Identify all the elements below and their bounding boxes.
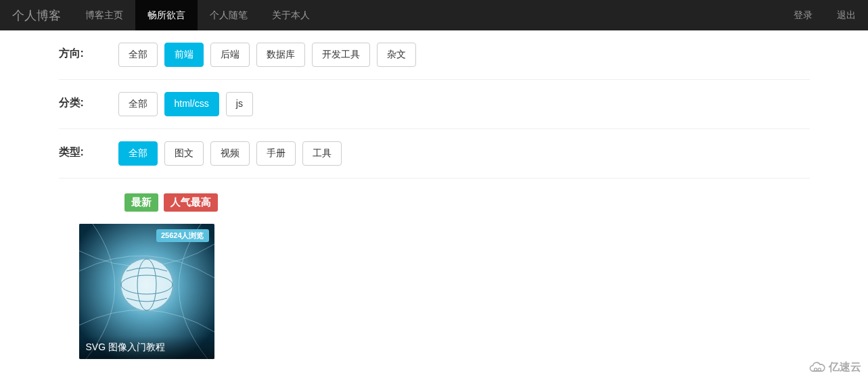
login-link[interactable]: 登录	[781, 0, 825, 30]
filter-category: 分类: 全部 html/css js	[59, 80, 810, 129]
card-views-badge: 25624人浏览	[156, 229, 209, 242]
card-title: SVG 图像入门教程	[79, 336, 214, 359]
svg-point-1	[121, 259, 173, 310]
logout-link[interactable]: 退出	[825, 0, 868, 30]
dir-backend[interactable]: 后端	[210, 43, 250, 67]
nav-item-talk[interactable]: 畅所欲言	[135, 0, 198, 30]
dir-devtools[interactable]: 开发工具	[312, 43, 370, 67]
filter-direction: 方向: 全部 前端 后端 数据库 开发工具 杂文	[59, 30, 810, 80]
nav-item-about[interactable]: 关于本人	[260, 0, 322, 30]
type-all[interactable]: 全部	[118, 141, 158, 166]
nav-right: 登录 退出	[781, 0, 868, 30]
type-imagetext[interactable]: 图文	[164, 141, 204, 166]
nav-item-home[interactable]: 博客主页	[73, 0, 135, 30]
filter-label-type: 类型:	[59, 141, 91, 160]
cat-all[interactable]: 全部	[118, 92, 158, 116]
dir-frontend[interactable]: 前端	[164, 43, 204, 67]
filter-options-type: 全部 图文 视频 手册 工具	[118, 141, 342, 166]
card-area: 25624人浏览 SVG 图像入门教程	[59, 224, 810, 359]
cat-js[interactable]: js	[226, 92, 253, 116]
filter-options-direction: 全部 前端 后端 数据库 开发工具 杂文	[118, 43, 416, 67]
brand-link[interactable]: 个人博客	[0, 0, 73, 30]
article-card[interactable]: 25624人浏览 SVG 图像入门教程	[79, 224, 214, 359]
type-manual[interactable]: 手册	[256, 141, 296, 166]
cat-htmlcss[interactable]: html/css	[164, 92, 219, 116]
dir-database[interactable]: 数据库	[256, 43, 305, 67]
sort-row: 最新 人气最高	[59, 179, 810, 224]
nav-main: 博客主页 畅所欲言 个人随笔 关于本人	[73, 0, 781, 30]
filter-type: 类型: 全部 图文 视频 手册 工具	[59, 129, 810, 179]
nav-item-essay[interactable]: 个人随笔	[198, 0, 260, 30]
filter-label-category: 分类:	[59, 92, 91, 110]
dir-misc[interactable]: 杂文	[377, 43, 416, 67]
sort-latest[interactable]: 最新	[124, 193, 158, 212]
main-container: 方向: 全部 前端 后端 数据库 开发工具 杂文 分类: 全部 html/css…	[49, 30, 820, 359]
dir-all[interactable]: 全部	[118, 43, 158, 67]
filter-options-category: 全部 html/css js	[118, 92, 253, 116]
type-video[interactable]: 视频	[210, 141, 250, 166]
type-tool[interactable]: 工具	[302, 141, 342, 166]
filter-label-direction: 方向:	[59, 43, 91, 61]
sort-popular[interactable]: 人气最高	[164, 193, 218, 212]
navbar: 个人博客 博客主页 畅所欲言 个人随笔 关于本人 登录 退出	[0, 0, 868, 30]
